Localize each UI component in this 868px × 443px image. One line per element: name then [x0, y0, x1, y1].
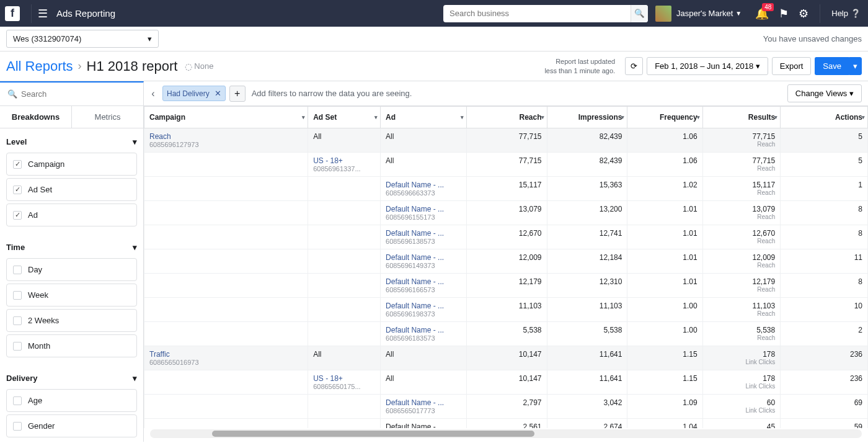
cell-ad-set[interactable] [308, 201, 381, 225]
cell-ad[interactable]: All [381, 128, 467, 153]
save-dropdown-button[interactable]: ▾ [849, 57, 862, 75]
col-reach[interactable]: Reach▾ [466, 107, 547, 128]
time-day[interactable]: Day [6, 258, 137, 281]
user-name[interactable]: Jasper's Market [676, 9, 733, 18]
business-search-input[interactable] [443, 9, 631, 18]
schedule-none[interactable]: ◌None [185, 61, 213, 71]
search-button[interactable]: 🔍 [631, 5, 648, 22]
table-row[interactable]: Traffic6086565016973AllAll10,14711,6411.… [144, 346, 868, 370]
cell-campaign[interactable] [144, 153, 308, 177]
col-ad[interactable]: Ad▾ [381, 107, 467, 128]
cell-campaign[interactable] [144, 201, 308, 225]
col-ad-set[interactable]: Ad Set▾ [308, 107, 381, 128]
cell-ad-set[interactable] [308, 225, 381, 249]
avatar[interactable] [655, 6, 671, 22]
breadcrumb-all-reports[interactable]: All Reports [6, 58, 73, 74]
add-filter-button[interactable]: + [229, 86, 246, 102]
cell-campaign[interactable]: Reach6085696127973 [144, 128, 308, 153]
notifications-icon[interactable]: 🔔48 [755, 7, 769, 20]
cell-ad[interactable]: All [381, 370, 467, 395]
business-search[interactable]: 🔍 [443, 5, 648, 22]
table-row[interactable]: Default Name - ...608569616657312,17912,… [144, 274, 868, 298]
filter-chip-had-delivery[interactable]: Had Delivery✕ [162, 86, 226, 101]
change-views-button[interactable]: Change Views ▾ [787, 84, 862, 102]
date-range-selector[interactable]: Feb 1, 2018 – Jun 14, 2018 ▾ [647, 57, 768, 75]
cell-ad[interactable]: All [381, 153, 467, 177]
level-ad[interactable]: Ad [6, 204, 137, 226]
section-time[interactable]: Time▾ [6, 239, 137, 256]
table-row[interactable]: Default Name - ...608569666337315,11715,… [144, 177, 868, 201]
settings-gear-icon[interactable]: ⚙ [799, 7, 808, 20]
cell-ad-set[interactable] [308, 274, 381, 298]
delivery-gender[interactable]: Gender [6, 414, 137, 437]
cell-campaign[interactable] [144, 177, 308, 201]
table-row[interactable]: Reach6085696127973AllAll77,71582,4391.06… [144, 128, 868, 153]
level-ad-set[interactable]: Ad Set [6, 178, 137, 201]
user-menu-caret-icon[interactable]: ▼ [735, 10, 742, 17]
table-row[interactable]: Default Name - ...608569615517313,07913,… [144, 201, 868, 225]
export-button[interactable]: Export [772, 57, 812, 75]
cell-ad[interactable]: Default Name - ... [381, 419, 467, 429]
level-campaign[interactable]: Campaign [6, 153, 137, 176]
col-campaign[interactable]: Campaign▾ [144, 107, 308, 128]
cell-ad[interactable]: Default Name - ...6085696166573 [381, 274, 467, 298]
menu-icon[interactable]: ☰ [38, 7, 48, 20]
ad-account-selector[interactable]: Wes (3312907074)▾ [6, 30, 159, 48]
cell-ad-set[interactable]: US - 18+60856961337... [308, 153, 381, 177]
col-actions[interactable]: Actions▾ [781, 107, 868, 128]
cell-campaign[interactable] [144, 322, 308, 346]
table-row[interactable]: US - 18+60856961337...All77,71582,4391.0… [144, 153, 868, 177]
refresh-button[interactable]: ⟳ [625, 57, 643, 75]
cell-campaign[interactable] [144, 225, 308, 249]
col-frequency[interactable]: Frequency▾ [627, 107, 702, 128]
cell-ad[interactable]: Default Name - ...6085696138573 [381, 225, 467, 249]
cell-campaign[interactable] [144, 370, 308, 395]
cell-ad-set[interactable]: All [308, 128, 381, 153]
cell-ad[interactable]: Default Name - ...6085696155173 [381, 201, 467, 225]
sidebar-search-input[interactable] [21, 89, 136, 99]
delivery-age[interactable]: Age [6, 389, 137, 412]
time-2-weeks[interactable]: 2 Weeks [6, 309, 137, 332]
col-impressions[interactable]: Impressions▾ [547, 107, 627, 128]
cell-ad[interactable]: Default Name - ...6085696198373 [381, 298, 467, 322]
section-level[interactable]: Level▾ [6, 133, 137, 150]
cell-ad-set[interactable] [308, 395, 381, 419]
time-month[interactable]: Month [6, 334, 137, 357]
cell-ad-set[interactable] [308, 322, 381, 346]
cell-campaign[interactable] [144, 274, 308, 298]
cell-ad[interactable]: Default Name - ...6085696183573 [381, 322, 467, 346]
cell-campaign[interactable] [144, 419, 308, 429]
help-link[interactable]: Help❔ [831, 9, 863, 18]
tab-breakdowns[interactable]: Breakdowns [0, 106, 72, 128]
cell-ad-set[interactable] [308, 298, 381, 322]
flag-icon[interactable]: ⚑ [779, 7, 789, 20]
table-row[interactable]: Default Name - ...60856961835735,5385,53… [144, 322, 868, 346]
col-results[interactable]: Results▾ [702, 107, 781, 128]
tab-metrics[interactable]: Metrics [72, 106, 143, 128]
table-row[interactable]: Default Name - ...608569614937312,00912,… [144, 249, 868, 274]
sidebar-search[interactable]: 🔍 [0, 81, 144, 106]
cell-ad[interactable]: Default Name - ...6085696663373 [381, 177, 467, 201]
cell-campaign[interactable] [144, 249, 308, 274]
cell-ad-set[interactable] [308, 177, 381, 201]
cell-campaign[interactable] [144, 298, 308, 322]
cell-ad-set[interactable] [308, 249, 381, 274]
cell-ad-set[interactable] [308, 419, 381, 429]
cell-ad[interactable]: Default Name - ...6085696149373 [381, 249, 467, 274]
save-button[interactable]: Save [815, 57, 849, 75]
cell-ad[interactable]: All [381, 346, 467, 370]
cell-ad[interactable]: Default Name - ...6086565017773 [381, 395, 467, 419]
cell-campaign[interactable] [144, 395, 308, 419]
cell-campaign[interactable]: Traffic6086565016973 [144, 346, 308, 370]
time-week[interactable]: Week [6, 284, 137, 307]
cell-ad-set[interactable]: All [308, 346, 381, 370]
table-row[interactable]: US - 18+60865650175...All10,14711,6411.1… [144, 370, 868, 395]
section-delivery[interactable]: Delivery▾ [6, 370, 137, 387]
table-row[interactable]: Default Name - ...60865650177732,7973,04… [144, 395, 868, 419]
horizontal-scrollbar[interactable] [150, 429, 862, 438]
table-row[interactable]: Default Name - ...608569619837311,10311,… [144, 298, 868, 322]
cell-ad-set[interactable]: US - 18+60865650175... [308, 370, 381, 395]
collapse-sidebar-button[interactable]: ‹ [144, 81, 162, 106]
facebook-logo-icon[interactable]: f [5, 6, 20, 21]
table-row[interactable]: Default Name - ...2,5612,6741.044559 [144, 419, 868, 429]
